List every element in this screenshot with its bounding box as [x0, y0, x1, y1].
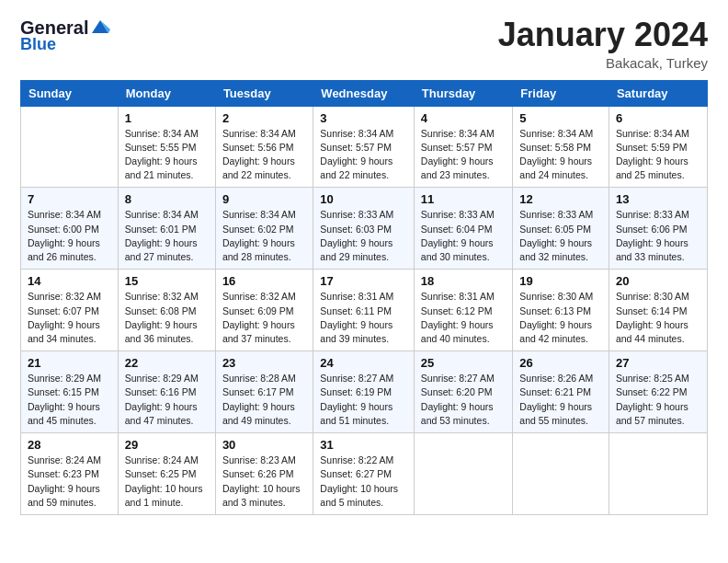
day-info: Sunrise: 8:24 AMSunset: 6:25 PMDaylight:… — [125, 454, 209, 510]
day-number: 7 — [28, 192, 111, 206]
day-info: Sunrise: 8:34 AMSunset: 5:58 PMDaylight:… — [519, 127, 602, 183]
day-cell: 8Sunrise: 8:34 AMSunset: 6:01 PMDaylight… — [118, 188, 215, 270]
day-number: 13 — [616, 192, 700, 206]
col-header-saturday: Saturday — [609, 80, 707, 106]
day-cell: 15Sunrise: 8:32 AMSunset: 6:08 PMDayligh… — [118, 270, 215, 351]
day-number: 4 — [421, 111, 506, 125]
day-number: 9 — [222, 192, 306, 206]
day-number: 18 — [421, 274, 506, 288]
location-title: Bakacak, Turkey — [498, 55, 708, 71]
day-number: 2 — [222, 111, 306, 125]
day-cell — [609, 433, 707, 515]
day-cell — [513, 433, 609, 515]
day-number: 1 — [125, 111, 209, 125]
day-number: 12 — [519, 192, 602, 206]
day-info: Sunrise: 8:32 AMSunset: 6:07 PMDaylight:… — [28, 290, 111, 346]
day-info: Sunrise: 8:32 AMSunset: 6:08 PMDaylight:… — [125, 290, 209, 346]
day-number: 15 — [125, 274, 209, 288]
day-cell: 12Sunrise: 8:33 AMSunset: 6:05 PMDayligh… — [513, 188, 609, 270]
day-info: Sunrise: 8:34 AMSunset: 5:57 PMDaylight:… — [320, 127, 406, 183]
day-info: Sunrise: 8:33 AMSunset: 6:03 PMDaylight:… — [320, 208, 406, 264]
day-info: Sunrise: 8:33 AMSunset: 6:06 PMDaylight:… — [616, 208, 700, 264]
day-info: Sunrise: 8:31 AMSunset: 6:11 PMDaylight:… — [320, 290, 406, 346]
logo-icon — [90, 17, 110, 37]
header: General Blue January 2024 Bakacak, Turke… — [20, 17, 708, 71]
week-row-3: 14Sunrise: 8:32 AMSunset: 6:07 PMDayligh… — [21, 270, 708, 351]
day-cell: 4Sunrise: 8:34 AMSunset: 5:57 PMDaylight… — [414, 106, 512, 188]
day-cell: 24Sunrise: 8:27 AMSunset: 6:19 PMDayligh… — [313, 351, 414, 433]
day-number: 20 — [616, 274, 700, 288]
day-cell: 6Sunrise: 8:34 AMSunset: 5:59 PMDaylight… — [609, 106, 707, 188]
day-number: 26 — [519, 356, 602, 370]
day-info: Sunrise: 8:34 AMSunset: 6:00 PMDaylight:… — [28, 208, 111, 264]
day-cell: 1Sunrise: 8:34 AMSunset: 5:55 PMDaylight… — [118, 106, 215, 188]
day-info: Sunrise: 8:30 AMSunset: 6:13 PMDaylight:… — [519, 290, 602, 346]
day-info: Sunrise: 8:34 AMSunset: 5:59 PMDaylight:… — [616, 127, 700, 183]
day-info: Sunrise: 8:32 AMSunset: 6:09 PMDaylight:… — [222, 290, 306, 346]
day-info: Sunrise: 8:33 AMSunset: 6:04 PMDaylight:… — [421, 208, 506, 264]
day-cell: 16Sunrise: 8:32 AMSunset: 6:09 PMDayligh… — [215, 270, 313, 351]
month-title: January 2024 — [498, 17, 708, 53]
day-cell: 28Sunrise: 8:24 AMSunset: 6:23 PMDayligh… — [21, 433, 119, 515]
day-info: Sunrise: 8:27 AMSunset: 6:20 PMDaylight:… — [421, 372, 506, 428]
day-cell: 19Sunrise: 8:30 AMSunset: 6:13 PMDayligh… — [513, 270, 609, 351]
day-number: 16 — [222, 274, 306, 288]
day-number: 10 — [320, 192, 406, 206]
day-number: 5 — [519, 111, 602, 125]
day-cell: 30Sunrise: 8:23 AMSunset: 6:26 PMDayligh… — [215, 433, 313, 515]
day-cell: 2Sunrise: 8:34 AMSunset: 5:56 PMDaylight… — [215, 106, 313, 188]
calendar-table: SundayMondayTuesdayWednesdayThursdayFrid… — [20, 80, 708, 515]
day-info: Sunrise: 8:33 AMSunset: 6:05 PMDaylight:… — [519, 208, 602, 264]
week-row-5: 28Sunrise: 8:24 AMSunset: 6:23 PMDayligh… — [21, 433, 708, 515]
title-block: January 2024 Bakacak, Turkey — [498, 17, 708, 71]
col-header-thursday: Thursday — [414, 80, 512, 106]
day-cell: 27Sunrise: 8:25 AMSunset: 6:22 PMDayligh… — [609, 351, 707, 433]
day-cell: 29Sunrise: 8:24 AMSunset: 6:25 PMDayligh… — [118, 433, 215, 515]
day-info: Sunrise: 8:24 AMSunset: 6:23 PMDaylight:… — [28, 454, 111, 510]
day-cell: 23Sunrise: 8:28 AMSunset: 6:17 PMDayligh… — [215, 351, 313, 433]
day-number: 3 — [320, 111, 406, 125]
page: General Blue January 2024 Bakacak, Turke… — [0, 0, 728, 563]
day-number: 27 — [616, 356, 700, 370]
col-header-tuesday: Tuesday — [215, 80, 313, 106]
day-cell: 21Sunrise: 8:29 AMSunset: 6:15 PMDayligh… — [21, 351, 119, 433]
day-number: 17 — [320, 274, 406, 288]
day-cell: 18Sunrise: 8:31 AMSunset: 6:12 PMDayligh… — [414, 270, 512, 351]
week-row-1: 1Sunrise: 8:34 AMSunset: 5:55 PMDaylight… — [21, 106, 708, 188]
day-cell: 7Sunrise: 8:34 AMSunset: 6:00 PMDaylight… — [21, 188, 119, 270]
day-info: Sunrise: 8:26 AMSunset: 6:21 PMDaylight:… — [519, 372, 602, 428]
day-cell: 3Sunrise: 8:34 AMSunset: 5:57 PMDaylight… — [313, 106, 414, 188]
day-info: Sunrise: 8:34 AMSunset: 6:02 PMDaylight:… — [222, 208, 306, 264]
day-cell: 5Sunrise: 8:34 AMSunset: 5:58 PMDaylight… — [513, 106, 609, 188]
day-cell: 11Sunrise: 8:33 AMSunset: 6:04 PMDayligh… — [414, 188, 512, 270]
day-cell: 31Sunrise: 8:22 AMSunset: 6:27 PMDayligh… — [313, 433, 414, 515]
logo-text-blue: Blue — [20, 36, 110, 52]
day-cell: 25Sunrise: 8:27 AMSunset: 6:20 PMDayligh… — [414, 351, 512, 433]
day-cell — [21, 106, 119, 188]
day-cell: 17Sunrise: 8:31 AMSunset: 6:11 PMDayligh… — [313, 270, 414, 351]
day-cell: 10Sunrise: 8:33 AMSunset: 6:03 PMDayligh… — [313, 188, 414, 270]
day-info: Sunrise: 8:30 AMSunset: 6:14 PMDaylight:… — [616, 290, 700, 346]
day-number: 14 — [28, 274, 111, 288]
day-info: Sunrise: 8:29 AMSunset: 6:15 PMDaylight:… — [28, 372, 111, 428]
day-number: 28 — [28, 438, 111, 452]
day-cell: 22Sunrise: 8:29 AMSunset: 6:16 PMDayligh… — [118, 351, 215, 433]
logo-text-general: General — [20, 18, 88, 37]
day-cell: 14Sunrise: 8:32 AMSunset: 6:07 PMDayligh… — [21, 270, 119, 351]
day-number: 31 — [320, 438, 406, 452]
week-row-4: 21Sunrise: 8:29 AMSunset: 6:15 PMDayligh… — [21, 351, 708, 433]
day-info: Sunrise: 8:34 AMSunset: 5:55 PMDaylight:… — [125, 127, 209, 183]
day-number: 23 — [222, 356, 306, 370]
col-header-sunday: Sunday — [21, 80, 119, 106]
day-info: Sunrise: 8:29 AMSunset: 6:16 PMDaylight:… — [125, 372, 209, 428]
day-number: 29 — [125, 438, 209, 452]
day-info: Sunrise: 8:34 AMSunset: 6:01 PMDaylight:… — [125, 208, 209, 264]
day-info: Sunrise: 8:34 AMSunset: 5:56 PMDaylight:… — [222, 127, 306, 183]
header-row: SundayMondayTuesdayWednesdayThursdayFrid… — [21, 80, 708, 106]
day-cell — [414, 433, 512, 515]
day-number: 11 — [421, 192, 506, 206]
col-header-monday: Monday — [118, 80, 215, 106]
day-info: Sunrise: 8:25 AMSunset: 6:22 PMDaylight:… — [616, 372, 700, 428]
day-number: 22 — [125, 356, 209, 370]
day-number: 8 — [125, 192, 209, 206]
